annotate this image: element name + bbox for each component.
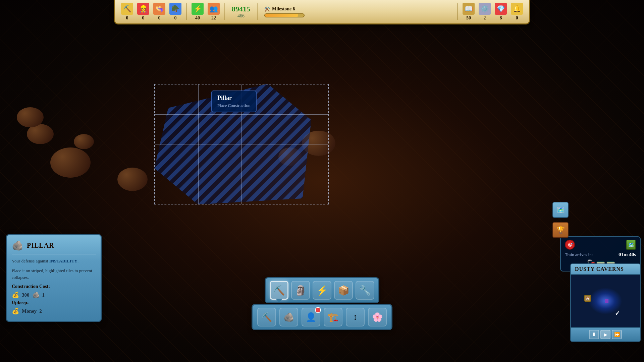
- hud-divider-4: [457, 3, 458, 20]
- gem-icon: 💎: [495, 3, 507, 15]
- milestone-text: Milestone 6: [272, 6, 295, 12]
- bell-value: 0: [516, 15, 518, 21]
- cost-stone-value: 1: [42, 292, 45, 298]
- worker-2-icon: 👷: [137, 3, 149, 15]
- rock-decoration: [17, 107, 44, 127]
- action-move[interactable]: ↕️: [346, 308, 365, 326]
- minimap-title-bar: Dusty Caverns: [570, 263, 641, 274]
- train-header: 🎯 🗺️: [565, 240, 636, 250]
- resource-lightning: ⚡ 40: [191, 3, 204, 21]
- worker-1-icon: ⛏️: [121, 3, 133, 15]
- pillar-panel-title: Pillar: [27, 242, 54, 249]
- worker-3-icon: 👒: [153, 3, 165, 15]
- play-button[interactable]: ▶: [600, 330, 610, 339]
- tooltip-subtitle: Place Construction: [217, 103, 251, 108]
- gear-value: 2: [484, 15, 486, 21]
- toolbar-item-pillar[interactable]: ⛏️: [270, 281, 288, 300]
- red-circle-icon: 🎯: [565, 240, 575, 250]
- worker-3-value: 0: [158, 15, 161, 21]
- train-icons: 🎯: [565, 240, 575, 250]
- upkeep-label: Upkeep:: [12, 300, 29, 305]
- bell-icon: 🔔: [511, 3, 523, 15]
- cost-money-value: 300: [22, 292, 30, 298]
- lightning-value: 40: [195, 15, 200, 21]
- tooltip-title: Pillar: [217, 95, 251, 102]
- action-decor[interactable]: 🌸: [368, 308, 387, 326]
- upkeep-money-row: 💰 Money 2: [12, 307, 96, 315]
- toolbar-item-repair[interactable]: 🔧: [356, 281, 374, 300]
- upkeep-value: 2: [39, 308, 42, 314]
- milestone-label: ⚒️ Milestone 6: [264, 6, 295, 12]
- upkeep-type: Money: [22, 308, 37, 314]
- item-gem: 💎 8: [494, 3, 507, 21]
- grid-v-3: [285, 84, 285, 204]
- upkeep-money-icon: 💰: [12, 307, 19, 315]
- construction-area[interactable]: Pillar Place Construction: [154, 84, 329, 204]
- top-hud: ⛏️ 0 👷 0 👒 0 🪖 0 ⚡ 40 👥 22 89415 466 ⚒️ …: [114, 0, 530, 24]
- pause-button[interactable]: ⏸: [589, 330, 599, 339]
- worker-1-value: 0: [126, 15, 128, 21]
- currency-sub-value: 466: [237, 13, 245, 19]
- item-book: 📖 50: [462, 3, 475, 21]
- minimap-controls: ⏸ ▶ ⏩: [570, 328, 641, 342]
- minimap-map[interactable]: 🏠 ✓: [570, 274, 641, 328]
- grid-v-1: [198, 84, 199, 204]
- worker-badge: !: [315, 307, 321, 313]
- green-map-icon: 🗺️: [626, 240, 636, 250]
- currency-section: 89415 466: [229, 5, 253, 19]
- worker-2-value: 0: [142, 15, 145, 21]
- workers-icon: 👥: [208, 3, 220, 15]
- train-time: 01m 40s: [619, 252, 636, 257]
- hud-divider-2: [224, 3, 225, 20]
- minimap-side-icon-bottom[interactable]: 🏆: [552, 222, 569, 238]
- action-dig[interactable]: ⛏️: [257, 308, 276, 326]
- milestone-fill: [265, 14, 298, 17]
- train-time-row: Train arrives in: 01m 40s: [565, 252, 636, 257]
- instability-link: INSTABILITY: [49, 258, 77, 263]
- minimap-panel: Dusty Caverns 🏠 ✓ ⏸ ▶ ⏩: [570, 263, 641, 342]
- action-pillar[interactable]: 🪨: [279, 308, 298, 326]
- workers-value: 22: [211, 15, 216, 21]
- construction-tooltip: Pillar Place Construction: [211, 90, 257, 112]
- gem-value: 8: [500, 15, 502, 21]
- toolbar-active-indicator: [276, 299, 282, 303]
- hud-divider-3: [257, 3, 258, 20]
- panel-header: 🪨 Pillar: [12, 240, 96, 254]
- worker-1: ⛏️ 0: [120, 3, 134, 21]
- item-bell: 🔔 0: [510, 3, 524, 21]
- toolbar-actions: ⛏️ 🪨 👤 ! 🏗️ ↕️ 🌸: [252, 304, 392, 330]
- right-train-icons: 🗺️: [626, 240, 636, 250]
- item-gear: ⚙️ 2: [478, 3, 491, 21]
- milestone-bar: [264, 13, 305, 17]
- rock-decoration: [50, 147, 91, 178]
- construction-cost-label: Construction Cost:: [12, 284, 96, 289]
- worker-4: 🪖 0: [169, 3, 182, 21]
- action-build[interactable]: 🏗️: [324, 308, 342, 326]
- upkeep-row: Upkeep:: [12, 300, 96, 307]
- toolbar-item-generator[interactable]: ⚡: [313, 281, 331, 300]
- toolbar-item-crate[interactable]: 📦: [334, 281, 353, 300]
- pillar-description-1: Your defense against INSTABILITY.: [12, 258, 96, 264]
- money-icon: 💰: [12, 291, 19, 299]
- pillar-info-panel: 🪨 Pillar Your defense against INSTABILIT…: [6, 234, 102, 322]
- rock-decoration: [117, 168, 148, 191]
- minimap-cursor: ✓: [615, 310, 620, 317]
- upkeep-left: Upkeep:: [12, 300, 29, 307]
- minimap-side-icon-top[interactable]: 🗺️: [552, 202, 569, 218]
- minimap-icon: 🏠: [584, 295, 591, 302]
- stone-icon: 🪨: [32, 291, 40, 299]
- worker-3: 👒 0: [153, 3, 166, 21]
- minimap-title: Dusty Caverns: [575, 266, 636, 272]
- minimap-player-marker: [605, 299, 608, 303]
- train-label: Train arrives in:: [565, 252, 593, 257]
- toolbar-main: ⛏️ 🗿 ⚡ 📦 🔧: [265, 277, 379, 303]
- fast-forward-button[interactable]: ⏩: [612, 330, 622, 339]
- milestone-section: ⚒️ Milestone 6: [262, 6, 453, 17]
- pillar-description-2: Place it on striped, highlighted tiles t…: [12, 267, 96, 281]
- action-worker[interactable]: 👤 !: [302, 308, 320, 326]
- worker-4-value: 0: [174, 15, 177, 21]
- pillar-panel-icon: 🪨: [12, 240, 23, 251]
- book-icon: 📖: [463, 3, 475, 15]
- toolbar-item-table[interactable]: 🗿: [291, 281, 310, 300]
- gear-icon: ⚙️: [479, 3, 491, 15]
